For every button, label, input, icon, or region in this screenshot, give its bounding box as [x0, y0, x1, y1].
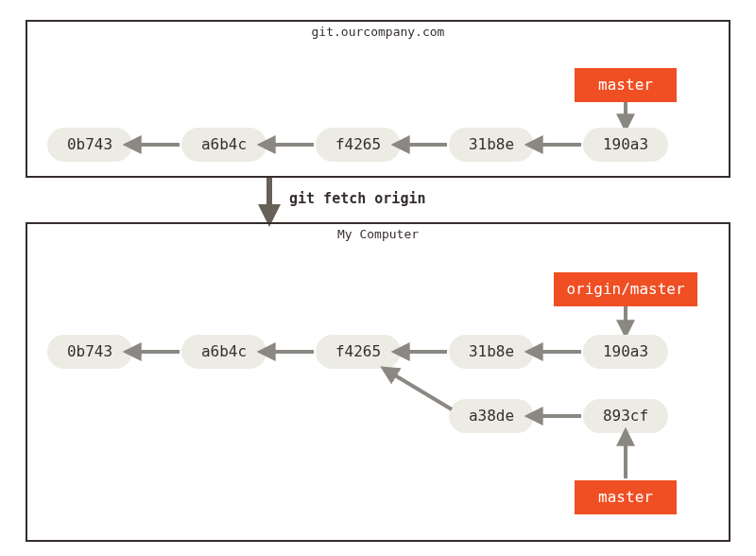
svg-text:31b8e: 31b8e: [469, 135, 514, 153]
svg-text:a38de: a38de: [469, 407, 514, 425]
commit-a6b4c-top: a6b4c: [181, 128, 266, 162]
branch-master-top: master: [575, 68, 677, 102]
svg-text:31b8e: 31b8e: [469, 342, 514, 360]
branch-master-bottom-label: master: [598, 488, 653, 506]
branch-master-bottom: master: [575, 480, 677, 514]
svg-text:893cf: 893cf: [603, 407, 648, 425]
commits-row-bottom-main: 0b743 a6b4c f4265 31b8e 190a3: [47, 335, 668, 369]
top-box: git.ourcompany.com master 0b743 a6b4c f4…: [26, 21, 730, 177]
commit-31b8e-top: 31b8e: [449, 128, 534, 162]
bottom-box: My Computer origin/master 0b743 a6b4c f4…: [26, 223, 730, 541]
commit-f4265-top: f4265: [316, 128, 401, 162]
branch-origin-master: origin/master: [554, 272, 697, 306]
arrow-a38de-f4265: [395, 375, 452, 409]
svg-text:190a3: 190a3: [603, 135, 648, 153]
svg-text:a6b4c: a6b4c: [201, 342, 247, 360]
commit-a6b4c-bottom: a6b4c: [181, 335, 266, 369]
fetch-arrow: git fetch origin: [269, 178, 426, 207]
commit-31b8e-bottom: 31b8e: [449, 335, 534, 369]
git-fetch-diagram: git.ourcompany.com master 0b743 a6b4c f4…: [0, 0, 756, 556]
commit-0b743-bottom: 0b743: [47, 335, 132, 369]
branch-master-top-label: master: [598, 76, 653, 94]
commit-190a3-top: 190a3: [583, 128, 668, 162]
svg-text:0b743: 0b743: [67, 342, 112, 360]
commit-190a3-bottom: 190a3: [583, 335, 668, 369]
svg-text:f4265: f4265: [335, 135, 381, 153]
commits-row-top: 0b743 a6b4c f4265 31b8e 190a3: [47, 128, 668, 162]
svg-text:a6b4c: a6b4c: [201, 135, 247, 153]
top-box-title: git.ourcompany.com: [312, 25, 445, 39]
commit-893cf: 893cf: [583, 399, 668, 433]
fetch-label: git fetch origin: [289, 190, 426, 207]
commits-row-bottom-local: a38de 893cf: [395, 375, 668, 433]
commit-0b743-top: 0b743: [47, 128, 132, 162]
branch-origin-master-label: origin/master: [566, 280, 685, 298]
svg-text:0b743: 0b743: [67, 135, 112, 153]
svg-text:190a3: 190a3: [603, 342, 648, 360]
commit-a38de: a38de: [449, 399, 534, 433]
commit-f4265-bottom: f4265: [316, 335, 401, 369]
svg-text:f4265: f4265: [335, 342, 381, 360]
bottom-box-title: My Computer: [337, 227, 419, 241]
